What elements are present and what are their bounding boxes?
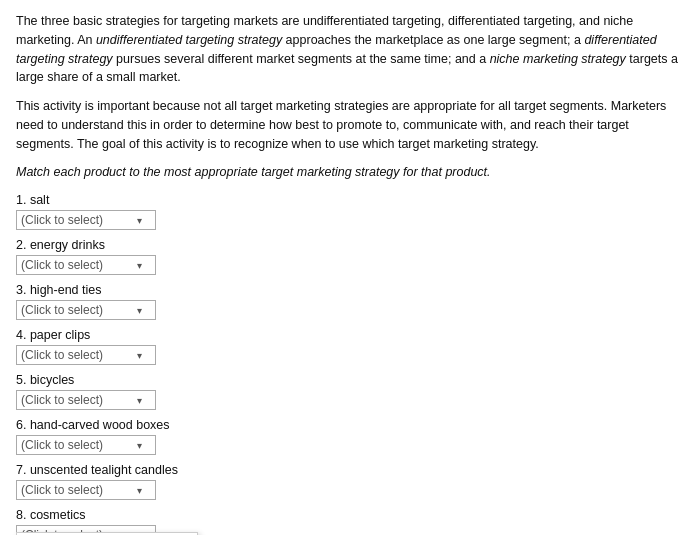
select-3[interactable]: (Click to select) Undifferentiated targe… (16, 300, 156, 320)
select-input-4[interactable]: (Click to select) Undifferentiated targe… (21, 348, 151, 362)
select-1[interactable]: (Click to select) Undifferentiated targe… (16, 210, 156, 230)
select-2[interactable]: (Click to select) Undifferentiated targe… (16, 255, 156, 275)
select-input-2[interactable]: (Click to select) Undifferentiated targe… (21, 258, 151, 272)
question-item-3: 3. high-end ties (Click to select) Undif… (16, 283, 684, 320)
select-5[interactable]: (Click to select) Undifferentiated targe… (16, 390, 156, 410)
select-7[interactable]: (Click to select) Undifferentiated targe… (16, 480, 156, 500)
question-item-5: 5. bicycles (Click to select) Undifferen… (16, 373, 684, 410)
question-label-7: 7. unscented tealight candles (16, 463, 684, 477)
intro-paragraph2: This activity is important because not a… (16, 97, 684, 153)
select-input-1[interactable]: (Click to select) Undifferentiated targe… (21, 213, 151, 227)
question-label-2: 2. energy drinks (16, 238, 684, 252)
question-item-4: 4. paper clips (Click to select) Undiffe… (16, 328, 684, 365)
question-label-1: 1. salt (16, 193, 684, 207)
question-item-2: 2. energy drinks (Click to select) Undif… (16, 238, 684, 275)
select-input-6[interactable]: (Click to select) Undifferentiated targe… (21, 438, 151, 452)
page-container: The three basic strategies for targeting… (0, 0, 700, 535)
select-4[interactable]: (Click to select) Undifferentiated targe… (16, 345, 156, 365)
select-6[interactable]: (Click to select) Undifferentiated targe… (16, 435, 156, 455)
question-item-6: 6. hand-carved wood boxes (Click to sele… (16, 418, 684, 455)
question-label-8: 8. cosmetics (16, 508, 684, 522)
question-item-1: 1. salt (Click to select) Undifferentiat… (16, 193, 684, 230)
question-label-4: 4. paper clips (16, 328, 684, 342)
match-instruction: Match each product to the most appropria… (16, 165, 684, 179)
intro-paragraph1: The three basic strategies for targeting… (16, 12, 684, 87)
select-input-5[interactable]: (Click to select) Undifferentiated targe… (21, 393, 151, 407)
question-item-7: 7. unscented tealight candles (Click to … (16, 463, 684, 500)
question-item-8: 8. cosmetics (Click to select) Undiffere… (16, 508, 684, 535)
question-list: 1. salt (Click to select) Undifferentiat… (16, 193, 684, 535)
question-label-6: 6. hand-carved wood boxes (16, 418, 684, 432)
select-input-7[interactable]: (Click to select) Undifferentiated targe… (21, 483, 151, 497)
select-input-3[interactable]: (Click to select) Undifferentiated targe… (21, 303, 151, 317)
question-label-5: 5. bicycles (16, 373, 684, 387)
question-label-3: 3. high-end ties (16, 283, 684, 297)
